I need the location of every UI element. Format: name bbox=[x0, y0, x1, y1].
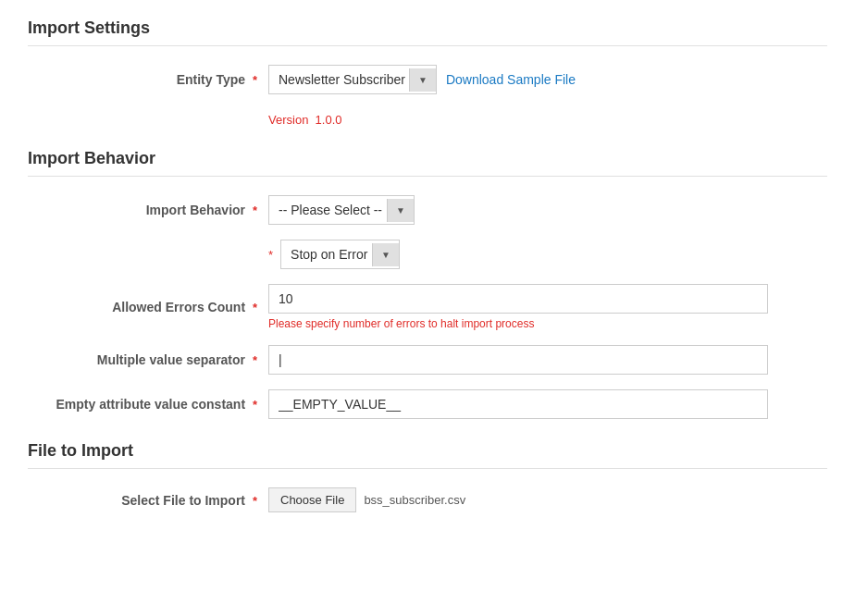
stop-on-error-arrow-icon[interactable] bbox=[372, 243, 399, 266]
allowed-errors-hint: Please specify number of errors to halt … bbox=[268, 317, 768, 330]
behavior-select[interactable]: -- Please Select -- bbox=[269, 196, 387, 224]
version-row: Version 1.0.0 bbox=[28, 109, 827, 127]
file-to-import-section: File to Import Select File to Import * C… bbox=[28, 441, 827, 512]
import-settings-section: Import Settings Entity Type * Newsletter… bbox=[28, 18, 827, 127]
behavior-required: * bbox=[253, 203, 257, 217]
allowed-errors-control: Please specify number of errors to halt … bbox=[268, 284, 827, 330]
behavior-row: Import Behavior * -- Please Select -- bbox=[28, 195, 827, 225]
stop-error-required: * bbox=[268, 248, 273, 262]
select-file-control: Choose File bss_subscriber.csv bbox=[268, 487, 827, 512]
select-file-label: Select File to Import * bbox=[28, 493, 268, 508]
version-text: Version 1.0.0 bbox=[268, 113, 342, 127]
behavior-arrow-icon[interactable] bbox=[387, 199, 414, 222]
entity-type-arrow-icon[interactable] bbox=[409, 68, 436, 92]
import-behavior-title: Import Behavior bbox=[28, 149, 827, 177]
entity-type-select[interactable]: Newsletter Subscriber bbox=[269, 66, 409, 93]
entity-type-control: Newsletter Subscriber Download Sample Fi… bbox=[268, 65, 827, 94]
entity-type-select-wrapper: Newsletter Subscriber Download Sample Fi… bbox=[268, 65, 576, 94]
behavior-label: Import Behavior * bbox=[28, 203, 268, 217]
separator-label: Multiple value separator * bbox=[28, 352, 268, 367]
select-file-required: * bbox=[253, 494, 257, 508]
separator-row: Multiple value separator * bbox=[28, 345, 827, 375]
download-sample-link[interactable]: Download Sample File bbox=[446, 72, 576, 87]
separator-required: * bbox=[253, 353, 257, 367]
allowed-errors-required: * bbox=[253, 301, 257, 314]
choose-file-button[interactable]: Choose File bbox=[268, 487, 356, 512]
behavior-select-box[interactable]: -- Please Select -- bbox=[268, 195, 415, 225]
select-file-row: Select File to Import * Choose File bss_… bbox=[28, 487, 827, 512]
import-settings-title: Import Settings bbox=[28, 18, 827, 46]
allowed-errors-input[interactable] bbox=[268, 284, 768, 314]
entity-type-select-box[interactable]: Newsletter Subscriber bbox=[268, 65, 437, 94]
empty-attr-label: Empty attribute value constant * bbox=[28, 397, 268, 412]
import-behavior-section: Import Behavior Import Behavior * -- Ple… bbox=[28, 149, 827, 419]
empty-attr-control bbox=[268, 389, 827, 419]
stop-on-error-select-box[interactable]: Stop on Error bbox=[280, 240, 400, 269]
empty-attr-input[interactable] bbox=[268, 389, 768, 419]
separator-control bbox=[268, 345, 827, 375]
entity-type-row: Entity Type * Newsletter Subscriber Down… bbox=[28, 65, 827, 94]
empty-attr-required: * bbox=[253, 398, 257, 412]
entity-type-required: * bbox=[253, 73, 257, 87]
file-name-display: bss_subscriber.csv bbox=[364, 493, 465, 507]
stop-on-error-select[interactable]: Stop on Error bbox=[281, 240, 372, 268]
separator-input[interactable] bbox=[268, 345, 768, 375]
empty-attr-row: Empty attribute value constant * bbox=[28, 389, 827, 419]
allowed-errors-row: Allowed Errors Count * Please specify nu… bbox=[28, 284, 827, 330]
allowed-errors-label: Allowed Errors Count * bbox=[28, 300, 268, 314]
behavior-control: -- Please Select -- bbox=[268, 195, 827, 225]
stop-on-error-row: * Stop on Error bbox=[268, 240, 827, 269]
file-to-import-title: File to Import bbox=[28, 441, 827, 469]
entity-type-label: Entity Type * bbox=[28, 72, 268, 87]
